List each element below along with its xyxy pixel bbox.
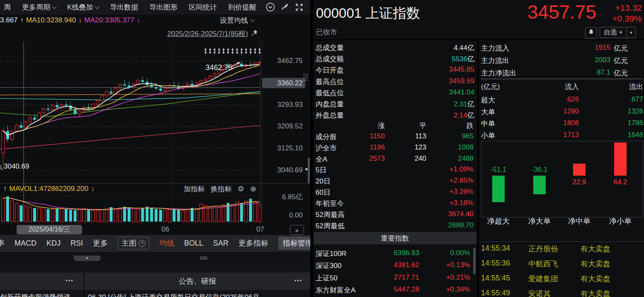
chevron-down-icon — [95, 4, 100, 9]
tab-label: 更多指标 — [238, 239, 268, 247]
flowtable-out-value: 677 — [602, 95, 643, 104]
tab-指标管理[interactable]: 指标管理 — [278, 237, 310, 250]
mavol-value: MAVOL1:472862209.200 — [10, 185, 89, 193]
toolbar-item-label: 周 — [4, 2, 11, 12]
stat-label: 外盘总量 — [316, 111, 344, 120]
tab-均线[interactable]: 均线 — [159, 238, 174, 248]
y-axis-label: 3125.10 — [261, 144, 303, 152]
ticker-stock-name: 正丹股份 — [528, 244, 558, 254]
change-percent: +0.39% — [600, 13, 642, 24]
flow-unit: 亿元 — [614, 68, 633, 78]
net-bar-positive — [573, 164, 586, 176]
updown-row-label: 成分股 — [316, 132, 337, 142]
updown-header: 平 — [385, 121, 426, 130]
hot-topic-item[interactable]: 创新药概念股强势领涨 — [0, 292, 70, 297]
ma-settings-button[interactable]: 设置均线 — [220, 14, 254, 26]
price-change: +13.32 +0.39% — [600, 2, 642, 24]
help-icon[interactable]: ? — [139, 240, 146, 247]
flow-unit: 亿元 — [614, 56, 633, 65]
toolbar-item-2[interactable]: K线叠加 — [67, 2, 99, 12]
stat-number: 3445.85 — [449, 65, 474, 73]
updown-up-count: 1196 — [343, 143, 385, 152]
drag-grip-icon[interactable] — [200, 256, 207, 260]
perf-value: +1.09% — [432, 165, 474, 174]
stat-value: 4.44亿 — [391, 43, 474, 53]
stat-label: 今日开盘 — [316, 65, 344, 75]
flow-value: 87.1 — [569, 68, 610, 77]
date-range-row: 2025/2/26-2025/7/1(85根) — [137, 29, 258, 39]
flowtable-out-value: 1326 — [602, 107, 643, 116]
toolbar-item-0[interactable]: 周 — [4, 2, 11, 12]
y-axis-label: 3462.75 — [261, 57, 303, 65]
toolbar-item-3[interactable]: 导出数据 — [110, 2, 138, 12]
net-bar-value: 22.9 — [565, 178, 594, 186]
close-circle-icon[interactable]: ⊗ — [250, 185, 256, 193]
gear-icon[interactable]: ⚙ — [238, 185, 244, 193]
perf-label: 20日 — [316, 176, 331, 186]
perf-label: 52周最低 — [316, 221, 345, 231]
flowtable-row-label: 小单 — [481, 131, 495, 140]
net-bar-value: 64.2 — [606, 178, 635, 186]
toolbar-item-1[interactable]: 更多周期 — [22, 2, 56, 12]
toolbar-item-4[interactable]: 导出图形 — [149, 2, 177, 12]
ma10-value: MA10:3238.940 — [26, 16, 76, 24]
flowtable-row-label: 超大 — [481, 95, 495, 105]
symbol-title: 000001 上证指数 — [316, 4, 420, 23]
watchlist-dropdown-button[interactable]: ▼ — [627, 27, 636, 38]
tab-MACD[interactable]: MACD — [15, 239, 36, 248]
toolbar-icons — [266, 2, 304, 13]
last-price: 3457.75 — [479, 1, 596, 23]
tab-更多[interactable]: 更多 — [93, 238, 108, 248]
updown-header: 涨 — [343, 121, 385, 130]
index-name: 上证50 — [316, 273, 338, 283]
index-name: 深证300 — [316, 261, 341, 270]
month-label-07: 07 — [256, 225, 273, 234]
tab-SAR[interactable]: SAR — [213, 239, 228, 248]
ticker-time: 14:55:45 — [481, 274, 510, 283]
switch-indicator-button[interactable]: 换指标 — [211, 184, 232, 194]
date-range-link[interactable]: 2025/2/26-2025/7/1(85根) — [167, 29, 248, 39]
expand-icon[interactable] — [295, 3, 304, 13]
tab-主图[interactable]: 主图? — [118, 237, 149, 249]
watchlist-control: 自选 + ▼ — [600, 27, 636, 38]
tab-BOLL[interactable]: BOLL — [184, 239, 203, 248]
y-axis-label: 3040.69 — [261, 166, 303, 174]
toolbar-item-5[interactable]: 区间统计 — [189, 2, 217, 12]
collapse-handle-button[interactable]: ▼ — [74, 256, 100, 261]
flow-value: 1915 — [569, 43, 610, 52]
tab-RSI[interactable]: RSI — [70, 239, 83, 248]
stat-number: 3459.59 — [449, 77, 474, 85]
stat-value: 3459.59 — [391, 77, 474, 85]
tab-率[interactable]: 率 — [0, 238, 5, 248]
right-panel-more-icon[interactable]: ••• — [294, 278, 303, 284]
indices-scrollbar-thumb[interactable] — [473, 248, 476, 274]
toolbar-item-6[interactable]: 到价提醒 — [228, 2, 256, 12]
circle-chevron-down-icon[interactable] — [266, 2, 275, 13]
tab-更多指标[interactable]: 更多指标 — [238, 238, 268, 248]
ma5-arrow-icon: ↑ — [20, 16, 24, 24]
volume-tools: 加指标 换指标 ⚙ ⊗ — [184, 184, 256, 194]
kline-chart[interactable]: 3462.753040.69 — [0, 41, 310, 235]
pane-splitter-grip-icon[interactable] — [303, 73, 309, 84]
index-value: 4381.62 — [378, 261, 419, 269]
net-bar-value: -51.1 — [484, 166, 513, 174]
chevron-down-icon — [52, 4, 56, 9]
scroll-right-button[interactable]: » — [290, 225, 304, 235]
tab-KDJ[interactable]: KDJ — [46, 239, 61, 248]
updown-down-count: 2488 — [432, 155, 474, 163]
bell-icon — [588, 29, 594, 37]
alert-bell-button[interactable] — [585, 27, 597, 39]
stat-unit: 亿 — [467, 44, 474, 52]
left-panel-more-icon[interactable]: ••• — [66, 278, 74, 284]
axis-scrollbar-thumb[interactable] — [308, 157, 310, 183]
tab-label: 主图 — [122, 238, 136, 248]
add-watchlist-button[interactable]: 自选 + — [600, 27, 627, 38]
brush-icon[interactable] — [281, 3, 289, 13]
add-indicator-button[interactable]: 加指标 — [184, 184, 205, 194]
announcement-item[interactable]: 06-30 [公告] 上海证券交易所每日交易信息(2025年06月 — [88, 292, 260, 297]
flowtable-row-label: 大单 — [481, 107, 495, 117]
pin-icon[interactable] — [251, 29, 258, 38]
stat-value: 2.14亿 — [391, 111, 474, 120]
stat-value: 5536亿 — [391, 54, 474, 64]
ma5-value: 3.667 — [0, 16, 18, 24]
